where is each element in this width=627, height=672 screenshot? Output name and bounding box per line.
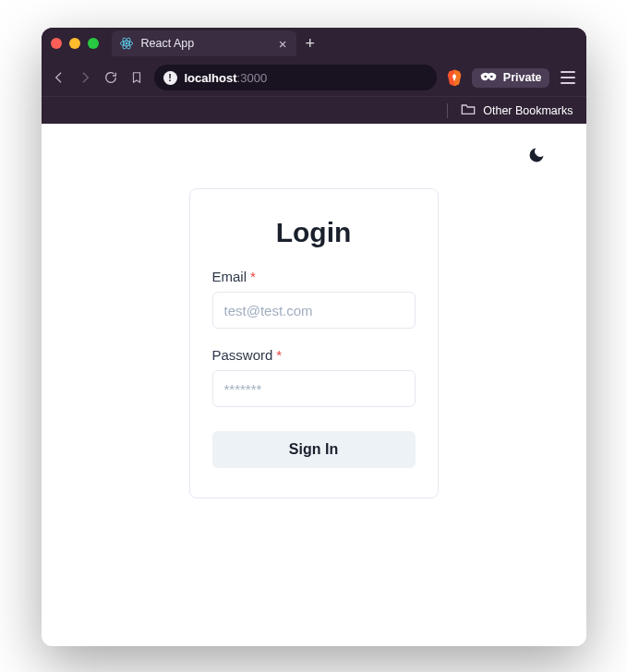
address-bar[interactable]: ! localhost:3000 [154, 65, 437, 90]
private-mode-chip[interactable]: Private [472, 68, 549, 88]
password-label-text: Password [212, 347, 273, 363]
url-host: localhost [185, 71, 237, 85]
hamburger-menu-button[interactable] [559, 68, 577, 87]
private-label: Private [503, 71, 542, 84]
required-mark: * [250, 269, 256, 284]
maximize-window-button[interactable] [88, 38, 99, 49]
tab-title: React App [141, 37, 195, 50]
react-logo-icon [119, 36, 134, 51]
folder-icon [461, 102, 476, 118]
traffic-lights [51, 38, 99, 49]
page-content: Login Email * Password * Sign In [42, 124, 586, 646]
titlebar: React App × + [42, 28, 586, 59]
page-title: Login [212, 217, 416, 248]
moon-icon [527, 146, 546, 164]
browser-toolbar: ! localhost:3000 Private [42, 59, 586, 96]
svg-point-5 [490, 75, 493, 78]
url-port: :3000 [237, 71, 268, 85]
close-tab-icon[interactable]: × [279, 36, 287, 52]
site-info-icon[interactable]: ! [163, 71, 177, 85]
reload-button[interactable] [102, 69, 119, 86]
svg-point-0 [125, 42, 127, 45]
password-label: Password * [212, 347, 416, 363]
browser-tab[interactable]: React App × [112, 30, 296, 56]
bookmarks-bar: Other Bookmarks [42, 96, 586, 124]
email-label: Email * [212, 269, 416, 284]
other-bookmarks-link[interactable]: Other Bookmarks [483, 104, 573, 117]
email-label-text: Email [212, 269, 247, 284]
brave-shields-icon[interactable] [446, 68, 463, 87]
browser-window: React App × + ! localhost:3000 [42, 28, 586, 646]
email-field-group: Email * [212, 269, 416, 329]
password-field-group: Password * [212, 347, 416, 407]
back-button[interactable] [51, 69, 67, 86]
sign-in-button[interactable]: Sign In [212, 431, 416, 468]
email-input[interactable] [212, 292, 416, 329]
login-card: Login Email * Password * Sign In [189, 188, 439, 498]
dark-mode-toggle[interactable] [527, 146, 548, 166]
browser-chrome: React App × + ! localhost:3000 [42, 28, 586, 124]
private-mask-icon [479, 71, 498, 85]
required-mark: * [276, 347, 282, 363]
forward-button[interactable] [77, 69, 93, 86]
bookmark-icon[interactable] [128, 69, 145, 86]
password-input[interactable] [212, 370, 416, 407]
close-window-button[interactable] [51, 38, 62, 49]
svg-point-4 [484, 75, 487, 78]
minimize-window-button[interactable] [69, 38, 80, 49]
new-tab-button[interactable]: + [306, 34, 316, 54]
divider [447, 103, 448, 118]
